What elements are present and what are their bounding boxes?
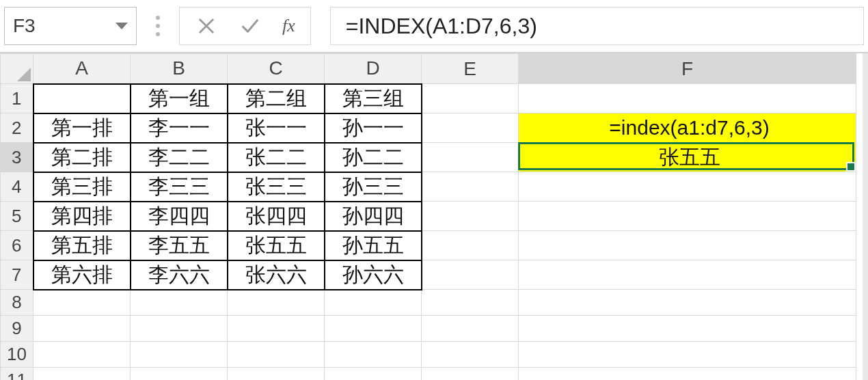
cell-C3[interactable]: 张二二 — [228, 143, 325, 172]
row-header-4[interactable]: 4 — [1, 172, 33, 202]
cell-B8[interactable] — [131, 290, 228, 316]
cell-E4[interactable] — [422, 172, 519, 202]
cell-E1[interactable] — [422, 84, 519, 113]
row-header-2[interactable]: 2 — [1, 113, 33, 143]
cell-C9[interactable] — [228, 316, 325, 342]
cell-A1[interactable] — [33, 84, 131, 113]
cell-B2[interactable]: 李一一 — [131, 113, 228, 143]
cell-C4[interactable]: 张三三 — [228, 172, 325, 202]
row-header-7[interactable]: 7 — [1, 260, 33, 290]
col-header-D[interactable]: D — [325, 54, 422, 84]
cell-D2[interactable]: 孙一一 — [325, 113, 422, 143]
cell-F4[interactable] — [519, 172, 856, 202]
cell-E11[interactable] — [422, 368, 519, 381]
cell-A7[interactable]: 第六排 — [33, 260, 131, 290]
cell-C2[interactable]: 张一一 — [228, 113, 325, 143]
cell-C6[interactable]: 张五五 — [228, 231, 325, 260]
cell-F7[interactable] — [519, 260, 856, 290]
row-header-9[interactable]: 9 — [1, 316, 33, 342]
cell-D1[interactable]: 第三组 — [325, 84, 422, 113]
fx-icon[interactable]: fx — [282, 16, 295, 36]
cell-A4[interactable]: 第三排 — [33, 172, 131, 202]
cell-B10[interactable] — [131, 342, 228, 368]
enter-icon[interactable] — [239, 14, 262, 38]
cell-C5[interactable]: 张四四 — [228, 202, 325, 231]
cell-A8[interactable] — [33, 290, 131, 316]
cell-A9[interactable] — [33, 316, 131, 342]
cell-F3[interactable]: 张五五 — [519, 143, 856, 172]
cell-C8[interactable] — [228, 290, 325, 316]
cell-F6[interactable] — [519, 231, 856, 260]
cell-F1[interactable] — [519, 84, 856, 113]
select-all-corner[interactable] — [1, 54, 33, 84]
cell-E7[interactable] — [422, 260, 519, 290]
cell-D11[interactable] — [325, 368, 422, 381]
cell-B9[interactable] — [131, 316, 228, 342]
row-header-1[interactable]: 1 — [1, 84, 33, 113]
row-header-10[interactable]: 10 — [1, 342, 33, 368]
formula-text: =INDEX(A1:D7,6,3) — [346, 14, 537, 39]
cell-C7[interactable]: 张六六 — [228, 260, 325, 290]
cancel-icon[interactable] — [195, 14, 218, 38]
cell-E8[interactable] — [422, 290, 519, 316]
cell-C10[interactable] — [228, 342, 325, 368]
cell-F11[interactable] — [519, 368, 856, 381]
cell-E9[interactable] — [422, 316, 519, 342]
col-header-F[interactable]: F — [519, 54, 856, 84]
cell-C1[interactable]: 第二组 — [228, 84, 325, 113]
cell-F9[interactable] — [519, 316, 856, 342]
cell-B1[interactable]: 第一组 — [131, 84, 228, 113]
formula-bar-buttons: fx — [179, 7, 311, 45]
cell-D8[interactable] — [325, 290, 422, 316]
cell-E3[interactable] — [422, 143, 519, 172]
cell-B4[interactable]: 李三三 — [131, 172, 228, 202]
cell-B3[interactable]: 李二二 — [131, 143, 228, 172]
row-header-11[interactable]: 11 — [1, 368, 33, 381]
cell-F2[interactable]: =index(a1:d7,6,3) — [519, 113, 856, 143]
cell-A10[interactable] — [33, 342, 131, 368]
cell-F8[interactable] — [519, 290, 856, 316]
cell-B7[interactable]: 李六六 — [131, 260, 228, 290]
name-box-value: F3 — [13, 15, 36, 37]
cell-D9[interactable] — [325, 316, 422, 342]
cell-D6[interactable]: 孙五五 — [325, 231, 422, 260]
cell-D5[interactable]: 孙四四 — [325, 202, 422, 231]
cell-D4[interactable]: 孙三三 — [325, 172, 422, 202]
col-header-C[interactable]: C — [228, 54, 325, 84]
row-header-5[interactable]: 5 — [1, 202, 33, 231]
col-header-A[interactable]: A — [33, 54, 131, 84]
row-header-3[interactable]: 3 — [1, 143, 33, 172]
col-header-E[interactable]: E — [422, 54, 519, 84]
spreadsheet-grid[interactable]: ABCDEF1第一组第二组第三组2第一排李一一张一一孙一一=index(a1:d… — [0, 53, 868, 380]
cell-E6[interactable] — [422, 231, 519, 260]
cell-B11[interactable] — [131, 368, 228, 381]
cell-E2[interactable] — [422, 113, 519, 143]
row-header-8[interactable]: 8 — [1, 290, 33, 316]
cell-B5[interactable]: 李四四 — [131, 202, 228, 231]
cell-E10[interactable] — [422, 342, 519, 368]
cell-A11[interactable] — [33, 368, 131, 381]
cell-F10[interactable] — [519, 342, 856, 368]
cell-D3[interactable]: 孙二二 — [325, 143, 422, 172]
row-header-6[interactable]: 6 — [1, 231, 33, 260]
cell-D10[interactable] — [325, 342, 422, 368]
cell-A3[interactable]: 第二排 — [33, 143, 131, 172]
col-header-B[interactable]: B — [131, 54, 228, 84]
cell-B6[interactable]: 李五五 — [131, 231, 228, 260]
cell-D7[interactable]: 孙六六 — [325, 260, 422, 290]
scrollbar-gutter — [863, 53, 868, 380]
formula-bar-menu-icon[interactable] — [156, 16, 160, 36]
cell-C11[interactable] — [228, 368, 325, 381]
formula-input[interactable]: =INDEX(A1:D7,6,3) — [330, 7, 864, 45]
cell-F5[interactable] — [519, 202, 856, 231]
cell-A2[interactable]: 第一排 — [33, 113, 131, 143]
name-box-dropdown-icon[interactable] — [116, 23, 128, 29]
cell-A6[interactable]: 第五排 — [33, 231, 131, 260]
cell-E5[interactable] — [422, 202, 519, 231]
cell-A5[interactable]: 第四排 — [33, 202, 131, 231]
formula-bar: F3 fx =INDEX(A1:D7,6,3) — [0, 0, 868, 53]
name-box[interactable]: F3 — [4, 7, 137, 45]
